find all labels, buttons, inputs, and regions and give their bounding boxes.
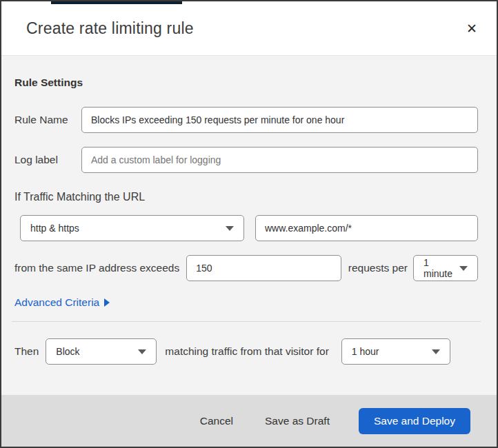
then-action-row: Then Block matching traffic from that vi… bbox=[14, 338, 478, 365]
advanced-criteria-link[interactable]: Advanced Criteria bbox=[14, 296, 110, 309]
period-select[interactable]: 1 minute bbox=[413, 255, 478, 281]
dialog-header: Create rate limiting rule ✕ bbox=[1, 1, 497, 56]
chevron-down-icon bbox=[226, 226, 234, 231]
scheme-select[interactable]: http & https bbox=[20, 215, 244, 241]
threshold-input[interactable] bbox=[186, 255, 341, 281]
log-label-label: Log label bbox=[14, 154, 81, 166]
section-divider bbox=[12, 321, 481, 322]
save-as-draft-button[interactable]: Save as Draft bbox=[254, 409, 341, 433]
scheme-select-value: http & https bbox=[30, 223, 219, 234]
chevron-down-icon bbox=[138, 349, 146, 354]
action-select-value: Block bbox=[56, 346, 131, 357]
close-icon[interactable]: ✕ bbox=[462, 18, 481, 39]
log-label-input[interactable] bbox=[81, 147, 478, 173]
then-middle-text: matching traffic from that visitor for bbox=[165, 345, 328, 358]
caret-right-icon bbox=[104, 298, 110, 307]
url-match-row: http & https bbox=[14, 215, 478, 241]
duration-select[interactable]: 1 hour bbox=[341, 338, 450, 365]
rule-name-input[interactable] bbox=[81, 107, 478, 133]
then-prefix-text: Then bbox=[14, 345, 39, 358]
rule-name-label: Rule Name bbox=[14, 114, 81, 126]
rule-name-row: Rule Name bbox=[14, 107, 478, 133]
url-input-wrap bbox=[255, 215, 478, 241]
background-page-strip bbox=[51, 1, 182, 4]
period-select-value: 1 minute bbox=[424, 257, 452, 279]
threshold-suffix-text: requests per bbox=[348, 262, 408, 274]
threshold-prefix-text: from the same IP address exceeds bbox=[14, 262, 179, 274]
threshold-row: from the same IP address exceeds request… bbox=[14, 255, 478, 281]
create-rate-limiting-rule-dialog: Create rate limiting rule ✕ Rule Setting… bbox=[0, 0, 498, 448]
dialog-footer: Cancel Save as Draft Save and Deploy bbox=[1, 395, 497, 447]
url-pattern-input[interactable] bbox=[255, 215, 478, 241]
action-select[interactable]: Block bbox=[46, 338, 157, 365]
advanced-criteria-label: Advanced Criteria bbox=[14, 296, 99, 309]
dialog-body: Rule Settings Rule Name Log label If Tra… bbox=[1, 56, 497, 395]
log-label-row: Log label bbox=[14, 147, 478, 173]
rule-settings-heading: Rule Settings bbox=[14, 77, 478, 89]
cancel-button[interactable]: Cancel bbox=[189, 409, 244, 433]
traffic-matching-heading: If Traffic Matching the URL bbox=[14, 191, 478, 203]
duration-select-value: 1 hour bbox=[352, 346, 425, 357]
dialog-title: Create rate limiting rule bbox=[26, 19, 462, 38]
chevron-down-icon bbox=[432, 349, 440, 354]
chevron-down-icon bbox=[459, 266, 468, 271]
save-and-deploy-button[interactable]: Save and Deploy bbox=[359, 408, 470, 434]
